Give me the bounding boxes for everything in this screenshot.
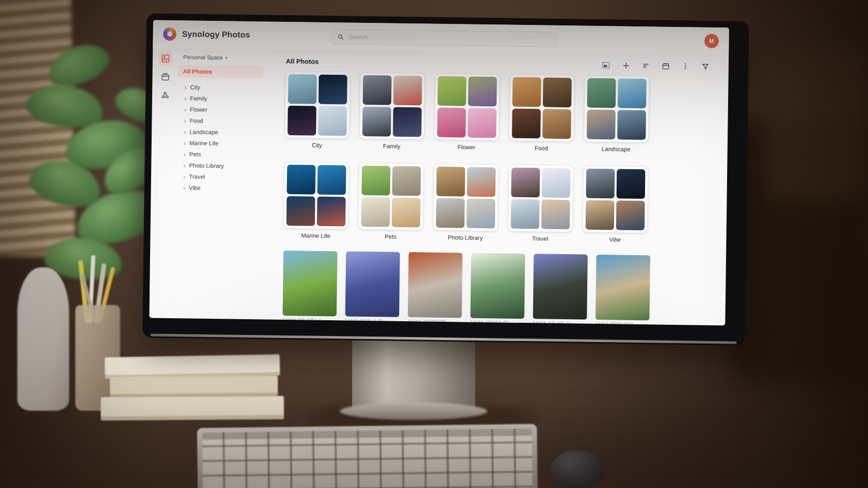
album-card-photo-library[interactable]: Photo Library <box>433 164 498 241</box>
rail-item-sharing[interactable] <box>158 88 171 102</box>
album-thumb-image <box>617 169 646 199</box>
album-thumb-image <box>512 77 541 107</box>
search-bar[interactable] <box>332 29 556 47</box>
album-collage <box>508 165 573 232</box>
album-thumb-image <box>317 165 346 195</box>
photo-caption: 14444_5010_2101 <box>595 321 649 325</box>
photo-thumb[interactable]: 14444_100417_01 <box>470 253 525 325</box>
album-label: Food <box>509 145 573 152</box>
folder-label: City <box>190 84 200 90</box>
album-label: Family <box>360 143 424 150</box>
photo-thumb[interactable]: 14444_5010_4_Di <box>345 251 400 323</box>
album-thumb-image <box>616 200 645 230</box>
sidebar-folder-pets[interactable]: ›Pets <box>183 148 269 161</box>
sidebar-folder-food[interactable]: ›Food <box>184 115 270 127</box>
photo-image[interactable] <box>282 251 337 316</box>
more-icon[interactable] <box>681 62 689 70</box>
album-thumb-image <box>467 199 496 229</box>
album-thumb-image <box>511 168 540 198</box>
album-thumb-image <box>318 106 347 136</box>
book <box>101 396 284 421</box>
photo-row: 14444_(10_475)_114444_5010_4_Di14444_100… <box>282 251 707 325</box>
calendar-icon[interactable] <box>661 62 670 70</box>
album-card-flower[interactable]: Flower <box>435 74 500 151</box>
album-card-family[interactable]: Family <box>360 73 425 150</box>
album-thumb-image <box>437 167 466 197</box>
add-icon[interactable] <box>622 62 630 70</box>
chevron-right-icon[interactable]: › <box>184 117 186 124</box>
rail-item-albums[interactable] <box>158 70 172 84</box>
album-card-landscape[interactable]: Landscape <box>584 76 649 153</box>
album-thumb-image <box>541 199 570 229</box>
thumbnail-size-icon[interactable] <box>602 61 610 69</box>
chevron-right-icon[interactable]: › <box>183 162 186 169</box>
window-content: Personal Space ▾ All Photos ›City›Family… <box>149 47 729 325</box>
album-card-travel[interactable]: Travel <box>508 165 573 242</box>
album-thumb-image <box>361 197 390 227</box>
album-card-vibe[interactable]: Vibe <box>583 166 648 243</box>
album-collage <box>435 74 500 141</box>
sidebar-folder-family[interactable]: ›Family <box>184 93 270 105</box>
album-thumb-image <box>287 106 316 136</box>
folder-label: Pets <box>189 151 201 157</box>
folder-label: Food <box>190 117 203 124</box>
album-label: Flower <box>435 144 499 151</box>
album-card-food[interactable]: Food <box>509 75 574 152</box>
photo-image[interactable] <box>595 255 650 320</box>
sidebar-folder-travel[interactable]: ›Travel <box>183 171 269 183</box>
space-selector[interactable]: Personal Space ▾ <box>178 53 271 66</box>
rail-item-photos[interactable] <box>158 52 172 66</box>
album-thumb-image <box>542 168 571 198</box>
window-blinds <box>0 0 76 257</box>
album-thumb-image <box>393 107 422 137</box>
album-thumb-image <box>542 109 571 139</box>
chevron-right-icon[interactable]: › <box>184 151 186 158</box>
photo-thumb[interactable]: 14444_100400700 <box>408 252 462 324</box>
album-thumb-image <box>436 198 465 228</box>
sidebar-item-all-photos[interactable]: All Photos <box>178 65 264 78</box>
chevron-right-icon[interactable]: › <box>184 129 186 135</box>
chevron-right-icon[interactable]: › <box>183 185 186 191</box>
chevron-right-icon[interactable]: › <box>183 173 186 180</box>
album-thumb-image <box>286 196 315 226</box>
album-label: City <box>285 142 349 149</box>
sidebar-folder-photo-library[interactable]: ›Photo Library <box>183 160 269 172</box>
album-card-city[interactable]: City <box>285 72 350 149</box>
sidebar-folder-vibe[interactable]: ›Vibe <box>183 182 269 194</box>
photo-image[interactable] <box>470 253 525 319</box>
search-input[interactable] <box>348 33 551 43</box>
album-thumb-image <box>586 169 615 199</box>
mouse <box>551 450 604 488</box>
photo-image[interactable] <box>533 254 588 319</box>
photo-thumb[interactable]: 14444_5010_2101 <box>595 255 650 325</box>
album-collage <box>583 166 648 233</box>
sort-icon[interactable] <box>642 62 650 70</box>
photo-thumb[interactable]: 14444_(10_475)_1 <box>282 251 337 323</box>
album-collage <box>284 162 349 229</box>
album-card-marine-life[interactable]: Marine Life <box>283 162 349 239</box>
photo-image[interactable] <box>408 252 462 318</box>
album-label: Photo Library <box>433 234 497 241</box>
filter-icon[interactable] <box>701 63 709 71</box>
folder-label: Vibe <box>189 185 200 191</box>
albums-icon <box>161 73 169 81</box>
chevron-right-icon[interactable]: › <box>184 95 187 102</box>
main-header: All Photos <box>286 54 709 73</box>
album-thumb-image <box>287 165 316 195</box>
album-thumb-image <box>363 75 392 105</box>
user-avatar[interactable]: M <box>704 34 718 48</box>
photo-thumb[interactable]: 14444_(10_47)_1L <box>533 254 588 325</box>
sidebar-folder-marine-life[interactable]: ›Marine Life <box>184 137 270 149</box>
space-label: Personal Space <box>183 54 223 60</box>
sidebar-folder-landscape[interactable]: ›Landscape <box>184 126 270 138</box>
album-thumb-image <box>586 200 615 230</box>
sidebar-folder-flower[interactable]: ›Flower <box>184 104 270 116</box>
chevron-right-icon[interactable]: › <box>184 84 187 90</box>
chevron-right-icon[interactable]: › <box>184 140 186 146</box>
photo-image[interactable] <box>345 251 400 317</box>
album-card-pets[interactable]: Pets <box>358 163 423 240</box>
photo-caption: 14444_100417_01 <box>470 320 524 325</box>
chevron-right-icon[interactable]: › <box>184 106 187 113</box>
monitor-stand-base <box>340 403 487 420</box>
sidebar-folder-city[interactable]: ›City <box>184 81 270 94</box>
